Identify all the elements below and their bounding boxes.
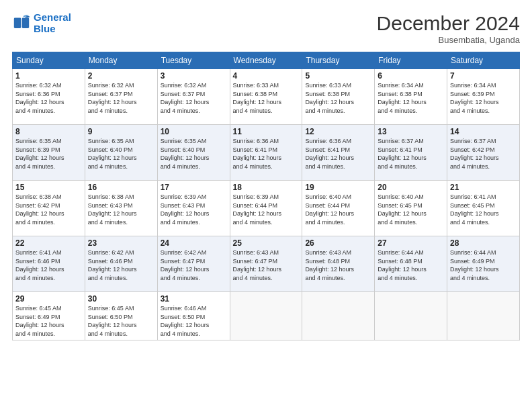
table-row: 11Sunrise: 6:36 AMSunset: 6:41 PMDayligh… xyxy=(230,125,302,181)
day-number: 16 xyxy=(88,183,154,192)
table-row: 12Sunrise: 6:36 AMSunset: 6:41 PMDayligh… xyxy=(302,125,375,181)
table-row: 18Sunrise: 6:39 AMSunset: 6:44 PMDayligh… xyxy=(230,181,302,236)
table-row: 2Sunrise: 6:32 AMSunset: 6:37 PMDaylight… xyxy=(85,69,157,125)
day-number: 27 xyxy=(378,238,444,248)
month-title: December 2024 xyxy=(377,12,520,35)
day-number: 8 xyxy=(15,127,82,136)
day-number: 13 xyxy=(378,127,444,136)
col-saturday: Saturday xyxy=(447,52,520,69)
day-info: Sunrise: 6:33 AMSunset: 6:38 PMDaylight:… xyxy=(233,81,300,115)
day-number: 11 xyxy=(233,127,300,136)
day-number: 5 xyxy=(305,71,371,81)
table-row: 6Sunrise: 6:34 AMSunset: 6:38 PMDaylight… xyxy=(375,69,447,125)
calendar-header-row: Sunday Monday Tuesday Wednesday Thursday… xyxy=(13,52,520,69)
day-number: 4 xyxy=(233,71,300,81)
day-number: 14 xyxy=(450,127,517,136)
day-number: 26 xyxy=(305,238,371,248)
calendar-week-row: 22Sunrise: 6:41 AMSunset: 6:46 PMDayligh… xyxy=(13,236,520,292)
table-row: 10Sunrise: 6:35 AMSunset: 6:40 PMDayligh… xyxy=(157,125,230,181)
calendar-week-row: 1Sunrise: 6:32 AMSunset: 6:36 PMDaylight… xyxy=(13,69,520,125)
day-number: 20 xyxy=(378,183,444,192)
col-wednesday: Wednesday xyxy=(230,52,302,69)
day-info: Sunrise: 6:41 AMSunset: 6:45 PMDaylight:… xyxy=(450,193,517,226)
day-info: Sunrise: 6:37 AMSunset: 6:41 PMDaylight:… xyxy=(378,137,444,171)
day-number: 31 xyxy=(161,294,227,304)
day-info: Sunrise: 6:44 AMSunset: 6:48 PMDaylight:… xyxy=(378,248,444,282)
day-number: 18 xyxy=(233,183,300,192)
table-row: 22Sunrise: 6:41 AMSunset: 6:46 PMDayligh… xyxy=(13,236,85,292)
day-info: Sunrise: 6:39 AMSunset: 6:44 PMDaylight:… xyxy=(233,193,300,226)
table-row: 25Sunrise: 6:43 AMSunset: 6:47 PMDayligh… xyxy=(230,236,302,292)
table-row: 3Sunrise: 6:32 AMSunset: 6:37 PMDaylight… xyxy=(157,69,230,125)
day-info: Sunrise: 6:40 AMSunset: 6:45 PMDaylight:… xyxy=(378,193,444,226)
day-number: 19 xyxy=(305,183,371,192)
day-number: 6 xyxy=(378,71,444,81)
logo-general: General xyxy=(34,11,71,23)
day-info: Sunrise: 6:41 AMSunset: 6:46 PMDaylight:… xyxy=(15,248,82,282)
table-row xyxy=(302,292,375,340)
table-row: 26Sunrise: 6:43 AMSunset: 6:48 PMDayligh… xyxy=(302,236,375,292)
logo: General Blue xyxy=(12,12,71,34)
day-number: 25 xyxy=(233,238,300,248)
day-info: Sunrise: 6:32 AMSunset: 6:36 PMDaylight:… xyxy=(15,81,82,115)
table-row xyxy=(447,292,520,340)
day-info: Sunrise: 6:35 AMSunset: 6:39 PMDaylight:… xyxy=(15,137,82,171)
day-info: Sunrise: 6:38 AMSunset: 6:42 PMDaylight:… xyxy=(15,193,82,226)
day-info: Sunrise: 6:43 AMSunset: 6:48 PMDaylight:… xyxy=(305,248,371,282)
logo-text: General Blue xyxy=(34,12,71,34)
table-row: 9Sunrise: 6:35 AMSunset: 6:40 PMDaylight… xyxy=(85,125,157,181)
day-info: Sunrise: 6:36 AMSunset: 6:41 PMDaylight:… xyxy=(305,137,371,171)
day-info: Sunrise: 6:46 AMSunset: 6:50 PMDaylight:… xyxy=(161,304,227,338)
table-row: 30Sunrise: 6:45 AMSunset: 6:50 PMDayligh… xyxy=(85,292,157,340)
day-info: Sunrise: 6:45 AMSunset: 6:49 PMDaylight:… xyxy=(15,304,82,338)
table-row: 17Sunrise: 6:39 AMSunset: 6:43 PMDayligh… xyxy=(157,181,230,236)
logo-blue: Blue xyxy=(34,23,56,34)
day-number: 24 xyxy=(161,238,227,248)
day-number: 7 xyxy=(450,71,517,81)
table-row xyxy=(230,292,302,340)
col-sunday: Sunday xyxy=(13,52,85,69)
day-info: Sunrise: 6:34 AMSunset: 6:38 PMDaylight:… xyxy=(378,81,444,115)
day-info: Sunrise: 6:42 AMSunset: 6:47 PMDaylight:… xyxy=(161,248,227,282)
table-row: 7Sunrise: 6:34 AMSunset: 6:39 PMDaylight… xyxy=(447,69,520,125)
day-info: Sunrise: 6:35 AMSunset: 6:40 PMDaylight:… xyxy=(88,137,154,171)
calendar-week-row: 29Sunrise: 6:45 AMSunset: 6:49 PMDayligh… xyxy=(13,292,520,340)
day-info: Sunrise: 6:32 AMSunset: 6:37 PMDaylight:… xyxy=(161,81,227,115)
day-info: Sunrise: 6:45 AMSunset: 6:50 PMDaylight:… xyxy=(88,304,154,338)
col-monday: Monday xyxy=(85,52,157,69)
calendar-table: Sunday Monday Tuesday Wednesday Thursday… xyxy=(12,52,520,340)
table-row: 15Sunrise: 6:38 AMSunset: 6:42 PMDayligh… xyxy=(13,181,85,236)
day-info: Sunrise: 6:36 AMSunset: 6:41 PMDaylight:… xyxy=(233,137,300,171)
table-row: 24Sunrise: 6:42 AMSunset: 6:47 PMDayligh… xyxy=(157,236,230,292)
table-row: 31Sunrise: 6:46 AMSunset: 6:50 PMDayligh… xyxy=(157,292,230,340)
day-info: Sunrise: 6:34 AMSunset: 6:39 PMDaylight:… xyxy=(450,81,517,115)
table-row: 20Sunrise: 6:40 AMSunset: 6:45 PMDayligh… xyxy=(375,181,447,236)
day-info: Sunrise: 6:32 AMSunset: 6:37 PMDaylight:… xyxy=(88,81,154,115)
day-number: 10 xyxy=(161,127,227,136)
day-number: 28 xyxy=(450,238,517,248)
col-tuesday: Tuesday xyxy=(157,52,230,69)
table-row: 23Sunrise: 6:42 AMSunset: 6:46 PMDayligh… xyxy=(85,236,157,292)
day-number: 3 xyxy=(161,71,227,81)
day-number: 30 xyxy=(88,294,154,304)
svg-rect-1 xyxy=(14,17,21,28)
day-number: 23 xyxy=(88,238,154,248)
day-info: Sunrise: 6:35 AMSunset: 6:40 PMDaylight:… xyxy=(161,137,227,171)
location-subtitle: Busembatia, Uganda xyxy=(377,35,520,45)
table-row: 5Sunrise: 6:33 AMSunset: 6:38 PMDaylight… xyxy=(302,69,375,125)
table-row: 29Sunrise: 6:45 AMSunset: 6:49 PMDayligh… xyxy=(13,292,85,340)
day-info: Sunrise: 6:39 AMSunset: 6:43 PMDaylight:… xyxy=(161,193,227,226)
table-row: 16Sunrise: 6:38 AMSunset: 6:43 PMDayligh… xyxy=(85,181,157,236)
col-friday: Friday xyxy=(375,52,447,69)
day-number: 9 xyxy=(88,127,154,136)
title-block: December 2024 Busembatia, Uganda xyxy=(377,12,520,45)
table-row: 1Sunrise: 6:32 AMSunset: 6:36 PMDaylight… xyxy=(13,69,85,125)
table-row: 27Sunrise: 6:44 AMSunset: 6:48 PMDayligh… xyxy=(375,236,447,292)
day-info: Sunrise: 6:44 AMSunset: 6:49 PMDaylight:… xyxy=(450,248,517,282)
day-number: 1 xyxy=(15,71,82,81)
calendar-week-row: 8Sunrise: 6:35 AMSunset: 6:39 PMDaylight… xyxy=(13,125,520,181)
day-info: Sunrise: 6:38 AMSunset: 6:43 PMDaylight:… xyxy=(88,193,154,226)
day-number: 2 xyxy=(88,71,154,81)
logo-icon xyxy=(12,14,31,33)
svg-rect-2 xyxy=(22,17,30,28)
